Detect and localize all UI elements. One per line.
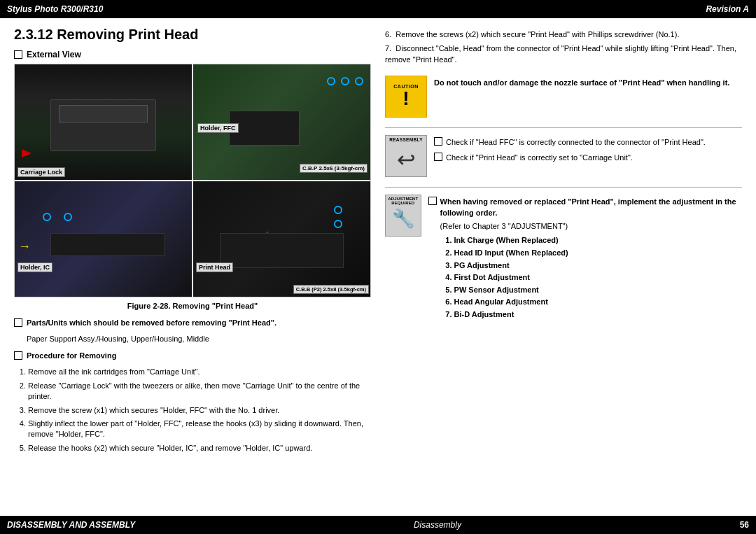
reassembly-text: Check if "Head FFC" is correctly connect… [434, 135, 706, 165]
left-column: 2.3.12 Removing Print Head External View… [14, 27, 371, 456]
procedure-heading-wrapper: Procedure for Removing [14, 349, 371, 363]
reassembly-item-1: Check if "Head FFC" is correctly connect… [446, 136, 706, 148]
caution-icon: CAUTION ! [385, 76, 427, 118]
caution-description: Do not touch and/or damage the nozzle su… [434, 78, 729, 87]
procedure-heading: Procedure for Removing [27, 351, 116, 360]
reassembly-label: REASSEMBLY [386, 137, 426, 142]
image-cell-4: Cable, Head ↓ Print Head C.B.B (P2) 2.5x… [193, 181, 370, 297]
right-column: 6. Remove the screws (x2) which secure "… [385, 27, 742, 456]
reassembly-arrow-icon: ↩ [397, 146, 416, 173]
step-1: Remove all the ink cartridges from "Carr… [28, 367, 371, 377]
procedure-steps: Remove all the ink cartridges from "Carr… [28, 367, 371, 454]
reassembly-icon: REASSEMBLY ↩ [385, 135, 427, 177]
step-7: 7. Disconnect "Cable, Head" from the con… [385, 43, 742, 66]
caution-text: Do not touch and/or damage the nozzle su… [434, 76, 729, 90]
adj-item-7: Bi-D Adjustment [454, 309, 742, 321]
image-grid: Carriage Unit Carriage Lock [14, 64, 371, 297]
adjustment-refer: (Refer to Chapter 3 "ADJUSTMENT") [440, 220, 742, 232]
parts-text: Paper Support Assy./Housing, Upper/Housi… [27, 334, 371, 344]
main-content: 2.3.12 Removing Print Head External View… [0, 18, 756, 484]
adj-item-3: PG Adjustment [454, 260, 742, 272]
adj-item-2: Head ID Input (When Replaced) [454, 247, 742, 260]
step-7-text: Disconnect "Cable, Head" from the connec… [385, 44, 736, 64]
procedure-checkbox-icon [14, 351, 22, 360]
parts-heading-wrapper: Parts/Units which should be removed befo… [14, 316, 371, 330]
adjustment-intro: When having removed or replaced "Print H… [440, 197, 736, 218]
image-cell-1: Carriage Unit Carriage Lock [15, 64, 192, 180]
caution-block: CAUTION ! Do not touch and/or damage the… [385, 76, 742, 118]
footer-page: 56 [740, 520, 749, 530]
checkbox-icon [14, 50, 22, 59]
divider-2 [385, 187, 742, 188]
adjustment-icon: ADJUSTMENT REQUIRED 🔧 [385, 195, 421, 237]
page-footer: DISASSEMBLY AND ASSEMBLY Disassembly 56 [0, 516, 756, 534]
figure-caption: Figure 2-28. Removing "Print Head" [14, 302, 371, 310]
reassembly-block: REASSEMBLY ↩ Check if "Head FFC" is corr… [385, 135, 742, 177]
reassembly-check-1-icon [434, 137, 442, 146]
step-4: Slightly inflect the lower part of "Hold… [28, 419, 371, 440]
step-5: Release the hooks (x2) which secure "Hol… [28, 443, 371, 454]
adjustment-block: ADJUSTMENT REQUIRED 🔧 When having remove… [385, 195, 742, 323]
parts-heading: Parts/Units which should be removed befo… [27, 318, 276, 327]
reassembly-item-2: Check if "Print Head" is correctly set t… [446, 152, 633, 164]
step-3: Remove the screw (x1) which secures "Hol… [28, 405, 371, 416]
step-6: 6. Remove the screws (x2) which secure "… [385, 29, 742, 41]
adj-item-4: First Dot Adjustment [454, 272, 742, 284]
external-view-heading: External View [14, 50, 371, 59]
header-title: Stylus Photo R300/R310 [7, 4, 103, 14]
image-cell-3: Hooks → Holder, IC [15, 181, 192, 297]
step-2: Release "Carriage Lock" with the tweezer… [28, 381, 371, 402]
adjustment-label: ADJUSTMENT REQUIRED [386, 197, 421, 205]
adjustment-text: When having removed or replaced "Print H… [428, 195, 742, 323]
cbp-label: C.B.P 2.5x6 (3-5kgf•cm) [300, 164, 368, 173]
image-cell-2: Hooks Holder, FFC C.B.P 2.5x6 (3-5kgf•cm… [193, 64, 370, 180]
external-view-label: External View [27, 50, 81, 59]
footer-left: DISASSEMBLY AND ASSEMBLY [7, 520, 135, 530]
footer-center: Disassembly [414, 520, 461, 530]
adjustment-items: Ink Charge (When Replaced) Head ID Input… [454, 234, 742, 321]
adj-item-6: Head Angular Adjustment [454, 296, 742, 309]
adjustment-wrench-icon: 🔧 [392, 208, 414, 230]
holder-ic-label: Holder, IC [18, 262, 52, 272]
adjustment-check-icon [428, 197, 437, 205]
holder-ffc-label: Holder, FFC [197, 123, 239, 133]
page-header: Stylus Photo R300/R310 Revision A [0, 0, 756, 18]
parts-checkbox-icon [14, 318, 22, 327]
adj-item-1: Ink Charge (When Replaced) [454, 234, 742, 247]
caution-exclaim-mark: ! [402, 89, 409, 108]
step-6-text: Remove the screws (x2) which secure "Pri… [396, 30, 679, 38]
section-name: Removing Print Head [57, 27, 198, 42]
carriage-lock-label: Carriage Lock [18, 167, 65, 177]
reassembly-check-2-icon [434, 153, 442, 161]
print-head-label: Print Head [196, 262, 233, 272]
section-number: 2.3.12 [14, 27, 53, 42]
header-revision: Revision A [706, 4, 749, 14]
adj-item-5: PW Sensor Adjustment [454, 284, 742, 297]
cbb-label: C.B.B (P2) 2.5x8 (3-5kgf•cm) [293, 285, 369, 294]
section-title: 2.3.12 Removing Print Head [14, 27, 371, 43]
divider-1 [385, 127, 742, 128]
